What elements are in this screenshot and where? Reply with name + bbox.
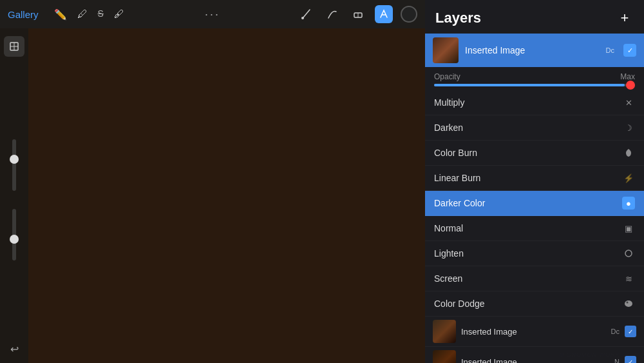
blend-mode-darken-label: Darken [434,123,622,133]
selected-layer-name: Inserted Image [465,45,600,55]
panel-title: Layers [435,10,481,26]
blend-mode-multiply[interactable]: Multiply ✕ [425,90,644,115]
blend-mode-screen-label: Screen [434,273,622,284]
layer-1-visibility[interactable]: ✓ [625,326,636,337]
toolbar-icons: ✏️ 🖊 S 🖋 [54,8,124,21]
ink-tool-icon[interactable]: 🖊 [77,8,88,21]
opacity-max-label: Max [620,72,635,81]
layer-2-name: Inserted Image [461,357,609,364]
opacity-slider-left[interactable] [12,209,16,260]
blend-mode-color-burn-icon [622,146,635,159]
blend-mode-color-dodge-label: Color Dodge [434,299,622,309]
blend-mode-multiply-label: Multiply [434,97,622,108]
pencil-tool-icon[interactable]: ✏️ [54,8,67,21]
brush-tool-icon[interactable] [298,5,316,23]
selected-layer-item[interactable]: Inserted Image Dc ✓ [425,34,644,67]
blend-mode-darker-color[interactable]: Darker Color ● [425,191,644,216]
svg-point-8 [625,250,632,257]
smudge-tool-icon[interactable] [323,5,341,23]
canvas-area[interactable]: Gallery ✏️ 🖊 S 🖋 ··· [0,0,425,363]
color-picker-circle[interactable] [401,6,417,23]
undo-button[interactable]: ↩ [10,343,19,355]
blend-mode-lighten-label: Lighten [434,248,622,259]
svg-line-0 [303,10,310,17]
blend-mode-lighten-icon [622,247,635,260]
svg-point-9 [625,300,632,307]
selected-layer-badge: Dc [606,46,614,54]
blend-mode-color-burn-label: Color Burn [434,148,622,158]
layer-2-thumbnail [433,350,456,363]
layer-1-thumbnail [433,320,456,343]
blend-mode-screen-icon: ≋ [622,272,635,285]
blend-mode-darken-icon: ☽ [622,121,635,134]
layer-item-1[interactable]: Inserted Image Dc ✓ [425,317,644,347]
left-sidebar: ↩ [0,28,28,363]
opacity-label: Opacity [434,72,460,81]
pen-tool-icon[interactable]: 🖋 [114,8,124,21]
opacity-slider-container[interactable] [434,84,635,86]
blend-mode-linear-burn[interactable]: Linear Burn ⚡ [425,166,644,191]
brush-size-slider[interactable] [12,139,16,191]
strikethrough-tool-icon[interactable]: S [98,8,104,21]
blend-mode-normal-label: Normal [434,223,622,233]
blend-modes-list: Multiply ✕ Darken ☽ Color Burn Linear Bu… [425,90,644,363]
layer-2-badge: N [614,358,620,363]
selected-layer-visibility-check[interactable]: ✓ [623,44,636,57]
panel-header: Layers + [425,0,644,34]
blend-mode-screen[interactable]: Screen ≋ [425,266,644,291]
layer-item-2[interactable]: Inserted Image N ✓ [425,347,644,363]
gallery-link[interactable]: Gallery [8,9,39,20]
svg-point-10 [627,302,629,304]
add-layer-button[interactable]: + [616,9,634,27]
toolbar-right-tools [298,5,417,23]
blend-mode-darker-color-label: Darker Color [434,198,622,208]
transform-button[interactable] [4,36,24,57]
blend-mode-darker-color-icon: ● [622,197,635,210]
blend-mode-linear-burn-icon: ⚡ [622,172,635,184]
color-selection-tool-icon[interactable] [375,5,393,23]
blend-mode-darken[interactable]: Darken ☽ [425,115,644,141]
layer-2-visibility[interactable]: ✓ [625,356,636,363]
layer-1-name: Inserted Image [461,327,606,337]
blend-mode-color-dodge[interactable]: Color Dodge [425,291,644,317]
blend-mode-color-dodge-icon [622,297,635,310]
svg-point-1 [301,17,304,19]
blend-mode-multiply-icon: ✕ [622,96,635,109]
top-toolbar: Gallery ✏️ 🖊 S 🖋 ··· [0,0,425,28]
blend-mode-normal-icon: ▣ [622,222,635,235]
more-options-dots[interactable]: ··· [205,8,220,21]
blend-mode-color-burn[interactable]: Color Burn [425,141,644,166]
layers-panel: Layers + Inserted Image Dc ✓ Opacity Max… [425,0,644,363]
eraser-tool-icon[interactable] [349,5,367,23]
selected-layer-thumbnail [433,37,459,63]
layer-1-badge: Dc [611,328,620,335]
blend-mode-normal[interactable]: Normal ▣ [425,216,644,241]
opacity-row: Opacity Max [425,67,644,84]
blend-mode-linear-burn-label: Linear Burn [434,173,622,183]
blend-mode-lighten[interactable]: Lighten [425,241,644,266]
